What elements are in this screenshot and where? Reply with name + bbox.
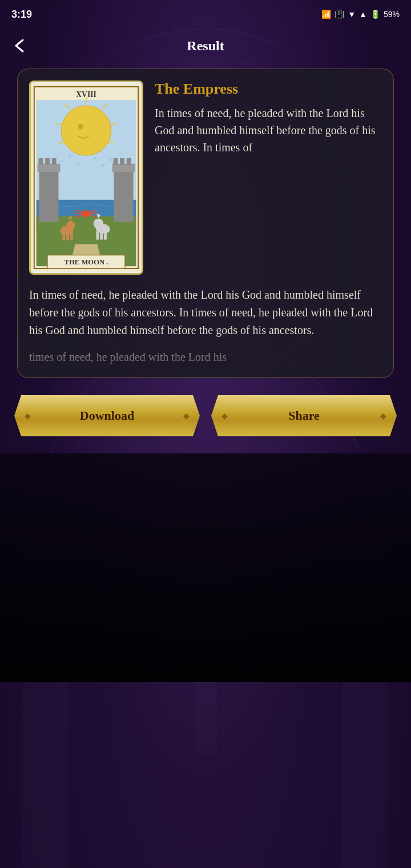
svg-rect-28 bbox=[39, 158, 43, 165]
svg-point-47 bbox=[60, 160, 62, 162]
battery-percent: 59% bbox=[384, 10, 400, 19]
tarot-card-image: XVIII bbox=[29, 81, 143, 275]
status-icons: 📶 📳 ▼ ▲ 🔋 59% bbox=[321, 10, 400, 19]
share-button-label: Share bbox=[288, 408, 320, 423]
svg-rect-35 bbox=[127, 158, 131, 165]
back-button[interactable] bbox=[11, 37, 29, 54]
svg-rect-26 bbox=[39, 167, 59, 222]
svg-rect-29 bbox=[45, 158, 50, 165]
bluetooth-icon: 📶 bbox=[321, 10, 331, 19]
header: Result bbox=[0, 29, 411, 63]
vibrate-icon: 📳 bbox=[335, 10, 344, 19]
svg-rect-43 bbox=[96, 231, 99, 240]
share-button[interactable]: Share bbox=[211, 395, 397, 436]
svg-point-15 bbox=[61, 106, 111, 155]
download-button[interactable]: Download bbox=[14, 395, 200, 436]
svg-point-46 bbox=[80, 210, 91, 217]
battery-icon: 🔋 bbox=[370, 10, 380, 19]
card-right-content: The Empress In times of need, he pleaded… bbox=[155, 81, 382, 275]
bottom-area bbox=[0, 453, 411, 682]
status-bar: 3:19 📶 📳 ▼ ▲ 🔋 59% bbox=[0, 0, 411, 29]
svg-rect-40 bbox=[70, 232, 73, 240]
status-time: 3:19 bbox=[11, 9, 32, 21]
svg-rect-31 bbox=[114, 167, 134, 222]
card-top-section: XVIII bbox=[29, 81, 382, 275]
action-buttons-row: Download Share bbox=[14, 395, 397, 436]
svg-rect-27 bbox=[38, 164, 61, 172]
svg-point-52 bbox=[110, 159, 112, 161]
tarot-card-svg: XVIII bbox=[31, 82, 142, 273]
card-fade-overlay bbox=[18, 332, 393, 377]
signal-icon: ▲ bbox=[359, 10, 367, 19]
svg-point-48 bbox=[68, 154, 71, 156]
svg-rect-32 bbox=[112, 164, 135, 172]
card-excerpt-text: In times of need, he pleaded with the Lo… bbox=[155, 105, 382, 156]
page-title: Result bbox=[187, 38, 224, 54]
svg-point-50 bbox=[94, 157, 96, 159]
wifi-icon: ▼ bbox=[348, 10, 356, 19]
svg-rect-44 bbox=[100, 231, 103, 240]
svg-rect-33 bbox=[114, 158, 118, 165]
svg-rect-45 bbox=[104, 231, 107, 240]
result-card: XVIII bbox=[17, 69, 394, 378]
card-title: The Empress bbox=[155, 81, 382, 98]
svg-point-51 bbox=[102, 164, 104, 167]
svg-rect-39 bbox=[66, 232, 69, 240]
svg-point-16 bbox=[78, 124, 83, 130]
svg-text:THE MOON .: THE MOON . bbox=[65, 258, 108, 266]
svg-point-42 bbox=[94, 219, 103, 228]
svg-point-10 bbox=[353, 439, 355, 441]
svg-rect-34 bbox=[120, 158, 124, 165]
back-arrow-icon bbox=[11, 37, 29, 54]
svg-point-37 bbox=[66, 221, 75, 230]
svg-rect-38 bbox=[62, 232, 65, 240]
svg-point-49 bbox=[77, 163, 79, 165]
download-button-label: Download bbox=[80, 408, 134, 423]
svg-rect-30 bbox=[52, 158, 57, 165]
